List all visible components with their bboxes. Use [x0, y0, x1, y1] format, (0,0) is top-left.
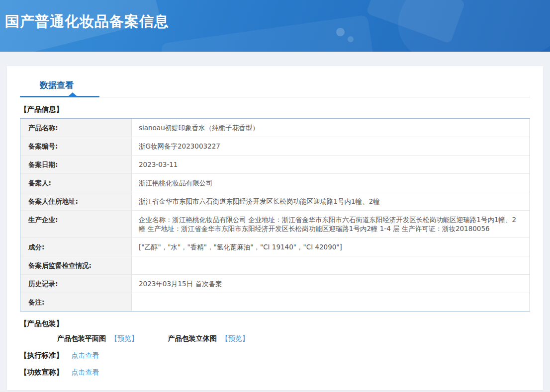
- row-value: ["乙醇"，"水"，"香精"，"氢化蓖麻油"，"CI 19140"，"CI 42…: [132, 238, 530, 256]
- row-label: 产品名称:: [20, 119, 132, 137]
- row-label: 备案日期:: [20, 156, 132, 173]
- page-title: 国产普通化妆品备案信息: [0, 0, 550, 32]
- row-value: 2023年03月15日 首次备案: [132, 275, 530, 293]
- row-label: 备案人住所地址:: [20, 192, 132, 210]
- packaging-flat-preview-link[interactable]: 【预览】: [110, 334, 138, 342]
- table-row-remarks: 备注:: [20, 293, 530, 311]
- table-row-history: 历史记录: 2023年03月15日 首次备案: [20, 275, 530, 293]
- table-row-manufacturer: 生产企业: 企业名称：浙江艳桃化妆品有限公司 企业地址：浙江省金华市东阳市六石街…: [20, 211, 530, 238]
- table-row-registration-date: 备案日期: 2023-03-11: [20, 156, 530, 174]
- row-label: 备注:: [20, 293, 132, 311]
- row-label: 历史记录:: [20, 275, 132, 293]
- tab-bar: 数据查看: [20, 66, 530, 97]
- execution-standard-section: 【执行标准】 点击查看: [20, 351, 530, 360]
- efficacy-claim-view-link[interactable]: 点击查看: [72, 368, 99, 376]
- row-value: 浙江省金华市东阳市六石街道东阳经济开发区长松岗功能区迎瑞路1号内1幢、2幢: [132, 192, 530, 210]
- execution-standard-view-link[interactable]: 点击查看: [72, 351, 99, 359]
- table-row-registration-number: 备案编号: 浙G妆网备字2023003227: [20, 137, 530, 156]
- row-label: 备案人:: [20, 174, 132, 192]
- row-value: 浙江艳桃化妆品有限公司: [132, 174, 530, 192]
- packaging-3d-label: 产品包装立体图: [168, 334, 217, 342]
- efficacy-claim-title: 【功效宣称】: [20, 368, 63, 376]
- row-value: sianoau初媞印象香水（纯栀子花香型）: [132, 119, 530, 137]
- row-value: [132, 256, 530, 274]
- tab-underline-active: [20, 96, 99, 97]
- row-label: 备案后监督检查情况:: [20, 256, 132, 274]
- row-value: 2023-03-11: [132, 156, 530, 173]
- table-row-supervision-check: 备案后监督检查情况:: [20, 256, 530, 275]
- tab-underline-track: [20, 97, 530, 97]
- packaging-row: 产品包装平面图 【预览】 产品包装立体图 【预览】: [57, 334, 530, 343]
- table-row-registrant: 备案人: 浙江艳桃化妆品有限公司: [20, 174, 530, 192]
- page: 国产普通化妆品备案信息 数据查看 【产品信息】 产品名称: sianoau初媞印…: [0, 0, 550, 392]
- row-label: 成分:: [20, 238, 132, 256]
- row-value: 企业名称：浙江艳桃化妆品有限公司 企业地址：浙江省金华市东阳市六石街道东阳经济开…: [132, 211, 530, 237]
- product-info-table: 产品名称: sianoau初媞印象香水（纯栀子花香型） 备案编号: 浙G妆网备字…: [20, 118, 530, 312]
- row-label: 生产企业:: [20, 211, 132, 237]
- table-row-product-name: 产品名称: sianoau初媞印象香水（纯栀子花香型）: [20, 119, 530, 137]
- row-value: [132, 293, 530, 311]
- row-label: 备案编号:: [20, 137, 132, 155]
- page-header: 国产普通化妆品备案信息: [0, 0, 550, 52]
- execution-standard-title: 【执行标准】: [20, 351, 63, 359]
- content-card: 数据查看 【产品信息】 产品名称: sianoau初媞印象香水（纯栀子花香型） …: [7, 66, 543, 390]
- packaging-flat-label: 产品包装平面图: [57, 334, 106, 342]
- tab-arrow-icon: [69, 92, 77, 96]
- row-value: 浙G妆网备字2023003227: [132, 137, 530, 155]
- efficacy-claim-section: 【功效宣称】 点击查看: [20, 368, 530, 377]
- packaging-3d-preview-link[interactable]: 【预览】: [221, 334, 249, 342]
- packaging-3d-item: 产品包装立体图 【预览】: [168, 334, 249, 342]
- packaging-flat-item: 产品包装平面图 【预览】: [57, 334, 141, 342]
- table-row-ingredients: 成分: ["乙醇"，"水"，"香精"，"氢化蓖麻油"，"CI 19140"，"C…: [20, 238, 530, 256]
- product-info-section-title: 【产品信息】: [20, 105, 530, 114]
- packaging-section-title: 【产品包装】: [20, 319, 530, 328]
- header-decoration-circle: [348, 36, 354, 42]
- table-row-registrant-address: 备案人住所地址: 浙江省金华市东阳市六石街道东阳经济开发区长松岗功能区迎瑞路1号…: [20, 192, 530, 211]
